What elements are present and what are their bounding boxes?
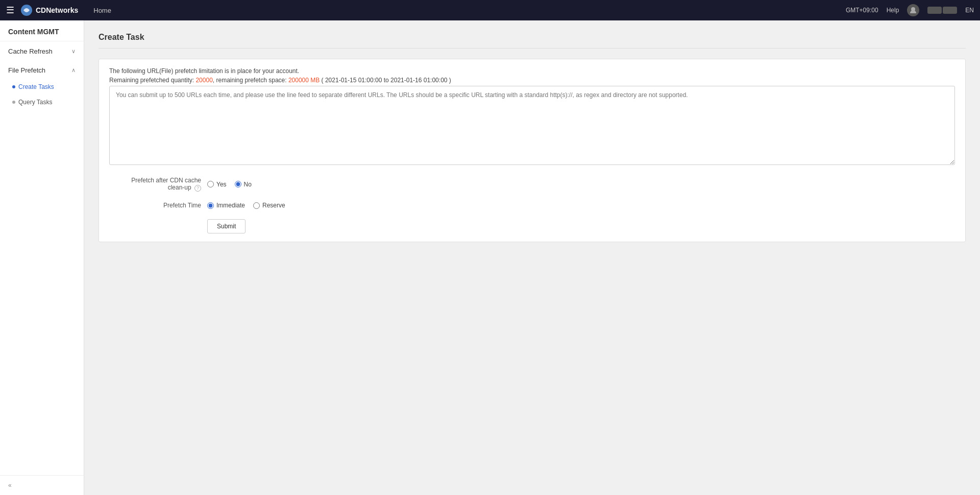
prefetch-cdn-no-option[interactable]: No bbox=[235, 181, 252, 188]
prefetch-reserve-option[interactable]: Reserve bbox=[253, 202, 285, 209]
sidebar-item-query-tasks[interactable]: Query Tasks bbox=[0, 95, 84, 110]
prefetch-time-options: Immediate Reserve bbox=[207, 202, 285, 209]
sidebar-group-file-prefetch: File Prefetch ∧ Create Tasks Query Tasks bbox=[0, 61, 84, 110]
submit-button[interactable]: Submit bbox=[207, 219, 246, 233]
logo-icon bbox=[20, 4, 33, 16]
prefetch-cdn-yes-radio[interactable] bbox=[207, 181, 214, 187]
hamburger-button[interactable]: ☰ bbox=[6, 5, 14, 16]
user-avatar[interactable] bbox=[907, 4, 919, 16]
sidebar-title: Content MGMT bbox=[0, 20, 84, 41]
help-link[interactable]: Help bbox=[887, 7, 899, 14]
prefetch-after-cdn-options: Yes No bbox=[207, 181, 252, 188]
prefetch-cdn-yes-option[interactable]: Yes bbox=[207, 181, 227, 188]
sidebar-group-cache-refresh: Cache Refresh ∨ bbox=[0, 42, 84, 60]
info-box: The following URL(File) prefetch limitat… bbox=[99, 59, 966, 242]
sidebar-group-header-cache-refresh[interactable]: Cache Refresh ∨ bbox=[0, 42, 84, 60]
prefetch-immediate-option[interactable]: Immediate bbox=[207, 202, 245, 209]
url-textarea[interactable] bbox=[109, 86, 955, 165]
sidebar: Content MGMT Cache Refresh ∨ File Prefet… bbox=[0, 20, 84, 495]
account-switch[interactable] bbox=[927, 7, 957, 14]
language-selector[interactable]: EN bbox=[965, 7, 974, 14]
sidebar-item-create-tasks[interactable]: Create Tasks bbox=[0, 79, 84, 95]
page-title: Create Task bbox=[99, 33, 966, 49]
layout: Content MGMT Cache Refresh ∨ File Prefet… bbox=[0, 20, 980, 495]
page-header: Create Task bbox=[99, 33, 966, 49]
chevron-down-icon: ∨ bbox=[71, 48, 76, 55]
chevron-up-icon: ∧ bbox=[71, 67, 76, 74]
prefetch-reserve-radio[interactable] bbox=[253, 202, 260, 209]
prefetch-immediate-radio[interactable] bbox=[207, 202, 214, 209]
inactive-dot-icon bbox=[12, 101, 15, 104]
sidebar-group-header-file-prefetch[interactable]: File Prefetch ∧ bbox=[0, 61, 84, 79]
right-info: GMT+09:00 Help EN bbox=[846, 4, 974, 16]
top-nav: ☰ CDNetworks Home GMT+09:00 Help EN bbox=[0, 0, 980, 20]
main-content: Create Task The following URL(File) pref… bbox=[84, 20, 980, 495]
active-dot-icon bbox=[12, 85, 15, 88]
remaining-quantity: 20000 bbox=[195, 77, 212, 84]
url-input-wrapper bbox=[109, 86, 955, 167]
sidebar-collapse-button[interactable]: « bbox=[0, 475, 84, 495]
prefetch-after-cdn-label: Prefetch after CDN cacheclean-up ? bbox=[109, 177, 201, 192]
info-line-2: Remaining prefetched quantity: 20000, re… bbox=[109, 77, 955, 84]
prefetch-time-label: Prefetch Time bbox=[109, 202, 201, 209]
home-link[interactable]: Home bbox=[88, 7, 116, 14]
submit-row: Submit bbox=[109, 219, 955, 233]
prefetch-cdn-no-radio[interactable] bbox=[235, 181, 241, 187]
prefetch-time-row: Prefetch Time Immediate Reserve bbox=[109, 202, 955, 209]
logo: CDNetworks bbox=[20, 4, 78, 16]
prefetch-after-cdn-row: Prefetch after CDN cacheclean-up ? Yes N… bbox=[109, 177, 955, 192]
info-line-1: The following URL(File) prefetch limitat… bbox=[109, 67, 955, 75]
timezone-label: GMT+09:00 bbox=[846, 7, 878, 14]
remaining-space: 200000 MB bbox=[288, 77, 320, 84]
info-icon[interactable]: ? bbox=[194, 185, 201, 192]
